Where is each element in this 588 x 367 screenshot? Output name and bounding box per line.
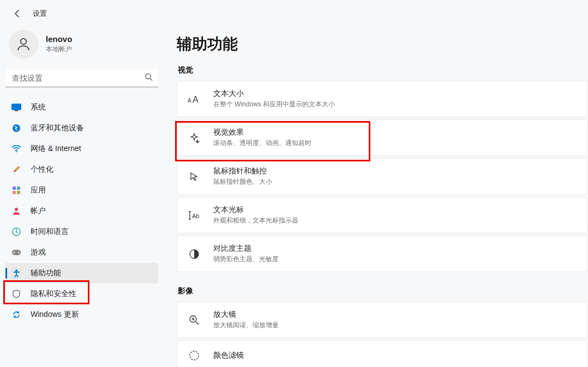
svg-point-0: [21, 39, 27, 45]
nav-network[interactable]: 网络 & Internet: [5, 139, 158, 159]
wifi-icon: [11, 143, 22, 154]
svg-rect-4: [15, 110, 18, 111]
svg-point-6: [16, 151, 17, 152]
card-title: 对比度主题: [213, 244, 279, 254]
svg-point-15: [18, 252, 19, 253]
nav-label: Windows 更新: [31, 310, 79, 320]
user-account-type: 本地帐户: [46, 45, 72, 54]
card-title: 文本光标: [213, 205, 298, 215]
nav-label: 蓝牙和其他设备: [31, 123, 84, 133]
nav-personalization[interactable]: 个性化: [5, 159, 158, 180]
svg-rect-3: [12, 104, 21, 110]
svg-text:A: A: [188, 98, 191, 104]
nav-label: 游戏: [31, 248, 46, 257]
svg-point-16: [15, 269, 17, 272]
section-visual: 视觉: [178, 65, 588, 75]
cursor-icon: [187, 170, 201, 184]
card-title: 鼠标指针和触控: [213, 166, 272, 176]
update-icon: [11, 309, 22, 320]
card-title: 放大镜: [213, 310, 279, 320]
card-visual-effects[interactable]: 视觉效果 滚动条、透明度、动画、通知超时: [177, 119, 588, 156]
card-color-filters[interactable]: 颜色滤镜: [177, 340, 588, 367]
nav-label: 个性化: [31, 165, 53, 175]
main-content: 辅助功能 视觉 AA 文本大小 在整个 Windows 和应用中显示的文本大小 …: [164, 27, 588, 367]
nav-time-language[interactable]: 时间和语言: [5, 221, 158, 242]
card-title: 颜色滤镜: [213, 351, 244, 360]
nav-system[interactable]: 系统: [5, 97, 158, 118]
nav-accessibility[interactable]: 辅助功能: [5, 263, 158, 284]
search-input[interactable]: [5, 69, 158, 87]
card-sub: 放大镜阅读、缩放增量: [213, 321, 279, 330]
card-contrast-themes[interactable]: 对比度主题 弱势彩色主题、光敏度: [177, 236, 588, 272]
search-box: [5, 69, 158, 87]
card-title: 视觉效果: [213, 128, 311, 137]
nav-label: 帐户: [31, 206, 46, 216]
user-block[interactable]: lenovo 本地帐户: [5, 27, 158, 69]
magnifier-plus-icon: [187, 313, 201, 327]
card-sub: 在整个 Windows 和应用中显示的文本大小: [213, 100, 335, 109]
svg-line-2: [150, 79, 152, 81]
svg-line-23: [196, 322, 199, 324]
sparkle-icon: [187, 131, 201, 145]
gamepad-icon: [11, 247, 22, 258]
svg-rect-9: [13, 191, 16, 194]
section-imaging: 影像: [178, 286, 588, 296]
user-name: lenovo: [46, 34, 72, 44]
nav-apps[interactable]: 应用: [5, 180, 158, 201]
contrast-icon: [187, 247, 201, 261]
card-magnifier[interactable]: 放大镜 放大镜阅读、缩放增量: [177, 302, 588, 338]
card-mouse-pointer[interactable]: 鼠标指针和触控 鼠标指针颜色、大小: [177, 158, 588, 195]
text-cursor-icon: Ab: [187, 208, 201, 222]
svg-rect-7: [13, 186, 16, 190]
person-icon: [15, 36, 32, 52]
svg-point-11: [15, 208, 18, 211]
svg-rect-13: [12, 250, 21, 255]
svg-point-26: [190, 351, 199, 360]
shield-icon: [11, 288, 22, 299]
card-sub: 鼠标指针颜色、大小: [213, 177, 272, 186]
bluetooth-icon: [11, 123, 22, 134]
nav-gaming[interactable]: 游戏: [5, 242, 158, 263]
card-title: 文本大小: [213, 89, 335, 99]
brush-icon: [11, 164, 22, 175]
page-title: 辅助功能: [177, 34, 588, 55]
svg-rect-8: [17, 186, 20, 190]
settings-title: 设置: [33, 9, 47, 19]
text-size-icon: AA: [187, 92, 201, 106]
color-filter-icon: [187, 348, 201, 363]
nav-label: 隐私和安全性: [31, 289, 76, 299]
card-text-cursor[interactable]: Ab 文本光标 外观和粗细，文本光标指示器: [177, 197, 588, 233]
globe-clock-icon: [11, 226, 22, 237]
accessibility-icon: [11, 268, 22, 279]
back-button[interactable]: [10, 6, 25, 21]
back-arrow-icon: [13, 9, 22, 18]
apps-icon: [11, 185, 22, 196]
nav-privacy[interactable]: 隐私和安全性: [5, 284, 158, 304]
nav-accounts[interactable]: 帐户: [5, 201, 158, 221]
card-text-size[interactable]: AA 文本大小 在整个 Windows 和应用中显示的文本大小: [177, 81, 588, 117]
nav-label: 网络 & Internet: [31, 144, 81, 154]
nav-windows-update[interactable]: Windows 更新: [5, 304, 158, 325]
svg-point-14: [14, 252, 15, 253]
display-icon: [11, 102, 22, 113]
card-sub: 弱势彩色主题、光敏度: [213, 255, 279, 264]
card-sub: 外观和粗细，文本光标指示器: [213, 216, 298, 225]
account-icon: [11, 206, 22, 216]
svg-text:Ab: Ab: [192, 213, 199, 219]
nav-label: 时间和语言: [31, 227, 69, 237]
svg-text:A: A: [193, 95, 199, 104]
svg-rect-10: [17, 191, 20, 194]
nav-label: 辅助功能: [31, 268, 61, 278]
search-icon: [145, 73, 153, 83]
card-sub: 滚动条、透明度、动画、通知超时: [213, 139, 311, 148]
sidebar: lenovo 本地帐户 系统 蓝牙和其他设备 网络 & Internet: [0, 27, 164, 367]
avatar: [9, 29, 38, 59]
svg-point-1: [146, 74, 151, 79]
nav-label: 系统: [31, 103, 46, 112]
nav-label: 应用: [31, 185, 46, 195]
nav: 系统 蓝牙和其他设备 网络 & Internet 个性化 应用 帐户: [5, 97, 158, 325]
nav-bluetooth[interactable]: 蓝牙和其他设备: [5, 118, 158, 139]
